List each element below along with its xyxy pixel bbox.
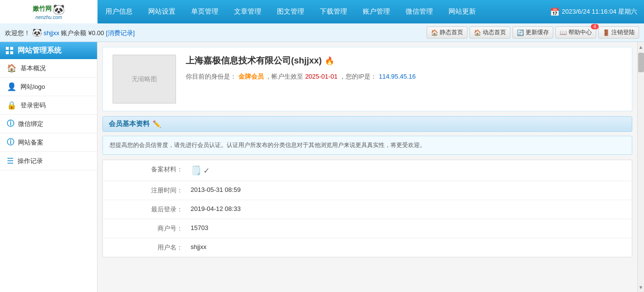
toolbar-bar: 欢迎您！ 🐼 shjjxx 账户余额 ¥0.00 [消费记录] 🏠 静态首页 🏠… — [0, 23, 644, 42]
field-label-regtime: 注册时间： — [103, 186, 191, 195]
nav-item-account[interactable]: 账户管理 — [355, 0, 398, 23]
field-value-filing: 🗒️ ✓ — [191, 165, 632, 176]
logo-text: 嫩竹网 — [33, 5, 52, 12]
check-icon: ✓ — [203, 167, 210, 175]
nav-item-update[interactable]: 网站更新 — [441, 0, 484, 23]
update-cache-button[interactable]: 🔄 更新缓存 — [512, 26, 553, 39]
nav-item-imgtext[interactable]: 图文管理 — [269, 0, 312, 23]
welcome-area: 欢迎您！ 🐼 shjjxx 账户余额 ¥0.00 [消费记录] — [5, 28, 427, 38]
thumbnail-box: 无缩略图 — [113, 55, 176, 104]
nav-datetime: 📅 2023/6/24 11:16:04 星期六 — [550, 7, 644, 17]
nav-item-sitesettings[interactable]: 网站设置 — [140, 0, 183, 23]
table-row: 用户名： shjjxx — [103, 238, 632, 257]
sidebar-item-logo[interactable]: 👤 网站logo — [0, 78, 97, 96]
nav-item-pagemanage[interactable]: 单页管理 — [183, 0, 226, 23]
sidebar: 网站管理系统 🏠 基本概况 👤 网站logo 🔒 登录密码 ⓘ 微信绑定 ⓘ 网… — [0, 42, 98, 292]
home-icon: 🏠 — [431, 29, 438, 36]
table-row: 注册时间： 2013-05-31 08:59 — [103, 181, 632, 200]
logo-panda-icon: 🐼 — [53, 4, 65, 15]
company-name: 上海嘉极信息技术有限公司(shjjxx) 🔥 — [186, 55, 622, 66]
nav-item-wechat[interactable]: 微信管理 — [398, 0, 441, 23]
balance-value: ¥0.00 — [88, 29, 104, 37]
member-status: 你目前的身份是： 金牌会员 ，帐户生效至 2025-01-01 ，您的IP是： … — [186, 72, 622, 81]
help-center-button[interactable]: 📖 帮助中心 4 — [555, 26, 596, 39]
file-icon: 🗒️ — [191, 166, 201, 175]
scrollbar-down-arrow[interactable]: ▼ — [638, 282, 644, 292]
table-row: 最后登录： 2019-04-12 08:33 — [103, 200, 632, 219]
sidebar-item-password[interactable]: 🔒 登录密码 — [0, 96, 97, 115]
profile-card: 无缩略图 上海嘉极信息技术有限公司(shjjxx) 🔥 你目前的身份是： 金牌会… — [102, 47, 632, 111]
list-sidebar-icon: ☰ — [7, 156, 14, 166]
scrollbar[interactable]: ▲ ▼ — [637, 42, 644, 292]
hot-icon: 🔥 — [325, 56, 334, 65]
field-label-lastlogin: 最后登录： — [103, 205, 191, 214]
logo-area: 嫩竹网 🐼 nenzhu.com — [0, 0, 98, 23]
logout-button[interactable]: 🚪 注销登陆 — [598, 26, 639, 39]
section-header: 会员基本资料 ✏️ — [102, 116, 632, 132]
logo-sub: nenzhu.com — [36, 15, 62, 20]
static-home-button[interactable]: 🏠 静态首页 — [427, 26, 468, 39]
user-sidebar-icon: 👤 — [7, 82, 17, 91]
info-notice: 想提高您的会员信誉度，请先进行会员认证。认证用户所发布的分类信息对于其他浏览用户… — [102, 136, 632, 155]
edit-icon[interactable]: ✏️ — [153, 120, 161, 128]
help-badge: 4 — [591, 24, 599, 29]
field-value-regtime: 2013-05-31 08:59 — [191, 186, 632, 195]
nav-item-article[interactable]: 文章管理 — [226, 0, 269, 23]
table-row: 备案材料： 🗒️ ✓ — [103, 160, 632, 181]
profile-info: 上海嘉极信息技术有限公司(shjjxx) 🔥 你目前的身份是： 金牌会员 ，帐户… — [186, 55, 622, 104]
lock-sidebar-icon: 🔒 — [7, 101, 17, 110]
field-value-lastlogin: 2019-04-12 08:33 — [191, 205, 632, 214]
dynamic-home-icon: 🏠 — [474, 29, 481, 36]
username-link[interactable]: shjjxx — [43, 29, 59, 37]
top-navbar: 嫩竹网 🐼 nenzhu.com 用户信息 网站设置 单页管理 文章管理 图文管… — [0, 0, 644, 23]
field-value-merchant: 15703 — [191, 224, 632, 233]
account-label: 账户余额 — [61, 29, 86, 37]
thumbnail-label: 无缩略图 — [132, 75, 157, 83]
table-row: 商户号： 15703 — [103, 219, 632, 238]
field-value-username: shjjxx — [191, 243, 632, 252]
sidebar-item-oplog[interactable]: ☰ 操作记录 — [0, 152, 97, 170]
toolbar-buttons: 🏠 静态首页 🏠 动态首页 🔄 更新缓存 📖 帮助中心 4 🚪 注销登陆 — [427, 26, 639, 39]
nav-items: 用户信息 网站设置 单页管理 文章管理 图文管理 下载管理 账户管理 微信管理 … — [98, 0, 550, 23]
expire-date: 2025-01-01 — [305, 73, 338, 80]
field-label-filing: 备案材料： — [103, 165, 191, 176]
user-avatar-icon: 🐼 — [32, 28, 42, 37]
calendar-icon: 📅 — [550, 7, 560, 17]
door-icon: 🚪 — [603, 29, 610, 36]
field-label-merchant: 商户号： — [103, 224, 191, 233]
data-table: 备案材料： 🗒️ ✓ 注册时间： 2013-05-31 08:59 最后登录： … — [102, 160, 632, 257]
main-layout: 网站管理系统 🏠 基本概况 👤 网站logo 🔒 登录密码 ⓘ 微信绑定 ⓘ 网… — [0, 42, 644, 292]
dynamic-home-button[interactable]: 🏠 动态首页 — [469, 26, 510, 39]
sidebar-title: 网站管理系统 — [0, 42, 97, 59]
sidebar-item-filing[interactable]: ⓘ 网站备案 — [0, 133, 97, 152]
nav-item-download[interactable]: 下载管理 — [312, 0, 355, 23]
home-sidebar-icon: 🏠 — [7, 63, 17, 73]
content-area: 无缩略图 上海嘉极信息技术有限公司(shjjxx) 🔥 你目前的身份是： 金牌会… — [98, 42, 637, 292]
nav-item-userinfo[interactable]: 用户信息 — [98, 0, 140, 23]
refresh-icon: 🔄 — [517, 29, 524, 36]
sidebar-item-overview[interactable]: 🏠 基本概况 — [0, 59, 97, 78]
field-label-username: 用户名： — [103, 243, 191, 252]
datetime-text: 2023/6/24 11:16:04 星期六 — [562, 7, 637, 16]
scrollbar-up-arrow[interactable]: ▲ — [638, 42, 644, 52]
scrollbar-thumb[interactable] — [638, 53, 644, 72]
ip-address: 114.95.45.16 — [379, 73, 416, 80]
member-type: 金牌会员 — [238, 73, 264, 80]
info-sidebar-icon2: ⓘ — [7, 138, 14, 147]
info-sidebar-icon1: ⓘ — [7, 119, 14, 128]
consume-link[interactable]: [消费记录] — [106, 29, 135, 37]
welcome-label: 欢迎您！ — [5, 29, 30, 37]
grid-icon — [6, 47, 14, 55]
sidebar-item-wechat-bind[interactable]: ⓘ 微信绑定 — [0, 115, 97, 133]
book-icon: 📖 — [560, 29, 567, 36]
